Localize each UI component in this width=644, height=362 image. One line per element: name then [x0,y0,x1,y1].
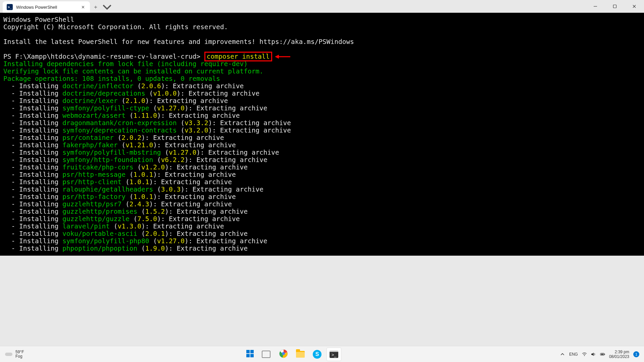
clock-widget[interactable]: 2:39 pm 08/01/2023 [609,350,629,359]
taskview-button[interactable] [259,348,274,361]
clock-time: 2:39 pm [615,350,629,354]
svg-rect-6 [246,350,250,353]
package-install-list: - Installing doctrine/inflector (2.0.6):… [3,83,641,252]
svg-rect-9 [250,354,254,357]
volume-icon[interactable] [591,352,596,356]
status-line-3: Package operations: 108 installs, 0 upda… [3,75,220,83]
svg-rect-14 [604,354,605,355]
weather-widget[interactable]: 59°F Fog [5,350,24,359]
ps-header-line1: Windows PowerShell [3,16,74,23]
powershell-icon: >_ [7,4,13,10]
notification-badge[interactable]: 1 [633,351,639,357]
ps-prompt: PS F:\Xampp\htdocs\dynamic-resume-cv-lar… [3,53,200,60]
chrome-app[interactable] [276,348,291,361]
skype-icon: S [313,350,321,359]
language-indicator[interactable]: ENG [569,352,578,357]
tab-dropdown-button[interactable] [101,1,113,13]
close-button[interactable] [625,0,644,13]
weather-temp: 59°F [15,350,24,354]
terminal-tab[interactable]: >_ Windows PowerShell ✕ [3,1,90,13]
start-button[interactable] [243,348,257,361]
wifi-icon[interactable] [582,352,587,356]
tray-chevron-icon[interactable] [560,352,565,356]
clock-date: 08/01/2023 [609,354,629,359]
battery-icon[interactable] [600,352,605,356]
terminal-output[interactable]: Windows PowerShell Copyright (C) Microso… [0,13,644,256]
chrome-icon [279,349,288,359]
annotation-arrow-icon [275,54,290,61]
minimize-button[interactable] [586,0,605,13]
status-line-2: Verifying lock file contents can be inst… [3,67,263,75]
new-tab-button[interactable]: ＋ [90,1,101,13]
command-text: composer install [207,53,270,60]
maximize-button[interactable] [605,0,625,13]
skype-app[interactable]: S [310,348,325,361]
taskview-icon [263,351,270,357]
weather-desc: Fog [15,354,24,359]
svg-rect-7 [250,350,254,353]
ps-install-msg: Install the latest PowerShell for new fe… [3,38,354,46]
window-titlebar: >_ Windows PowerShell ✕ ＋ [0,0,644,13]
tab-close-button[interactable]: ✕ [80,4,86,10]
chevron-down-icon [101,1,113,13]
fog-icon [5,351,13,357]
svg-rect-15 [601,354,603,355]
file-explorer-app[interactable] [293,348,308,361]
status-line-1: Installing dependencies from lock file (… [3,60,248,68]
ps-header-line2: Copyright (C) Microsoft Corporation. All… [3,23,228,31]
terminal-app[interactable]: >_ [327,348,341,361]
windows-logo-icon [246,350,254,359]
folder-icon [296,351,305,358]
windows-taskbar: 59°F Fog S >_ E [0,346,644,362]
svg-rect-1 [613,5,616,8]
terminal-icon: >_ [330,351,338,358]
svg-rect-8 [246,354,250,357]
svg-point-12 [584,355,585,356]
svg-marker-5 [275,55,279,59]
tab-title: Windows PowerShell [16,5,77,10]
